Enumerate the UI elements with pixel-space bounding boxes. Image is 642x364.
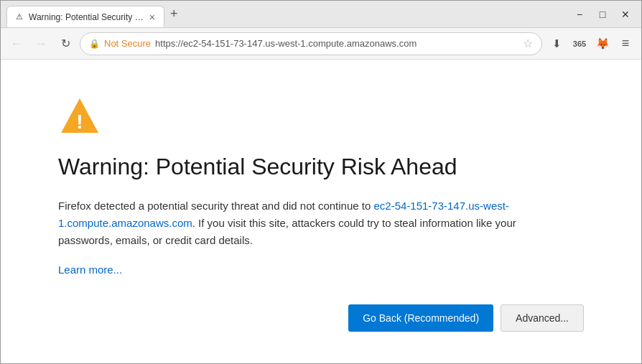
go-back-button[interactable]: Go Back (Recommended) [348, 304, 493, 332]
not-secure-label: Not Secure [104, 38, 151, 49]
new-tab-button[interactable]: + [164, 4, 184, 24]
back-button[interactable]: ← [6, 34, 27, 54]
profile-button[interactable]: 🦊 [592, 34, 613, 54]
browser-toolbar: ← → ↻ 🔒 Not Secure https://ec2-54-151-73… [1, 28, 641, 60]
description-text: Firefox detected a potential security th… [58, 197, 561, 249]
close-button[interactable]: ✕ [615, 6, 636, 22]
window-controls: − □ ✕ [569, 6, 636, 22]
active-tab[interactable]: ⚠ Warning: Potential Security Risk... × [6, 6, 164, 27]
reload-button[interactable]: ↻ [55, 34, 75, 54]
page-title: Warning: Potential Security Risk Ahead [58, 153, 584, 180]
menu-button[interactable]: ≡ [615, 34, 636, 54]
lock-icon: 🔒 [89, 39, 100, 49]
description-part1: Firefox detected a potential security th… [58, 200, 373, 212]
bookmark-button[interactable]: ☆ [523, 37, 533, 50]
minimize-button[interactable]: − [569, 6, 590, 22]
forward-button[interactable]: → [31, 34, 51, 54]
download-button[interactable]: ⬇ [546, 34, 567, 54]
advanced-button[interactable]: Advanced... [501, 304, 584, 332]
action-buttons: Go Back (Recommended) Advanced... [58, 304, 584, 332]
learn-more-link[interactable]: Learn more... [58, 263, 122, 276]
toolbar-right-buttons: ⬇ 365 🦊 ≡ [546, 34, 636, 54]
svg-text:!: ! [76, 111, 83, 133]
tab-area: ⚠ Warning: Potential Security Risk... × … [6, 1, 569, 27]
address-bar[interactable]: 🔒 Not Secure https://ec2-54-151-73-147.u… [80, 32, 542, 55]
url-text: https://ec2-54-151-73-147.us-west-1.comp… [155, 38, 518, 49]
tab-close-button[interactable]: × [149, 12, 155, 22]
browser-window: ⚠ Warning: Potential Security Risk... × … [0, 0, 642, 364]
warning-icon: ! [58, 95, 101, 139]
titlebar: ⚠ Warning: Potential Security Risk... × … [1, 1, 641, 28]
extensions-button[interactable]: 365 [569, 34, 590, 54]
tab-title: Warning: Potential Security Risk... [29, 12, 144, 22]
tab-warning-icon: ⚠ [16, 12, 23, 22]
page-content: ! Warning: Potential Security Risk Ahead… [1, 60, 641, 363]
maximize-button[interactable]: □ [592, 6, 613, 22]
